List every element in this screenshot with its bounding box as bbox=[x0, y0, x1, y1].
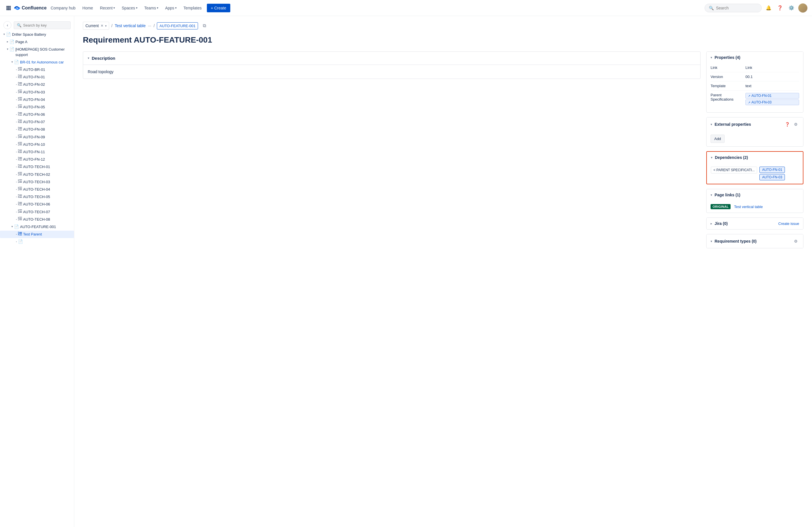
sidebar-item-autofn-10[interactable]: • AUTO-FN-10 bbox=[0, 141, 74, 148]
sidebar-item-autofn-05[interactable]: • AUTO-FN-05 bbox=[0, 103, 74, 111]
prop-key: Parent Specifications bbox=[711, 93, 742, 101]
sidebar-item-test-vertical[interactable]: ▾ 📄 AUTO-FEATURE-001 bbox=[0, 223, 74, 231]
create-button[interactable]: + Create bbox=[207, 4, 230, 12]
nav-teams[interactable]: Teams ▾ bbox=[142, 4, 161, 12]
sidebar-item-test-parent[interactable]: • 📄 bbox=[0, 238, 74, 245]
sidebar-item-autofn-01[interactable]: • AUTO-FN-01 bbox=[0, 73, 74, 81]
sidebar-item-autofn-06[interactable]: • AUTO-FN-06 bbox=[0, 111, 74, 118]
settings-button[interactable]: ⚙️ bbox=[787, 3, 796, 13]
sidebar-item-driller[interactable]: ▾ 📄 Driller Space Battery bbox=[0, 31, 74, 38]
help-icon[interactable]: ❓ bbox=[784, 121, 791, 128]
parent-specif-label[interactable]: < PARENT SPECIFICATI... bbox=[711, 167, 757, 173]
dot-icon: • bbox=[16, 68, 17, 71]
breadcrumb-chip[interactable]: AUTO-FEATURE-001 bbox=[157, 22, 198, 29]
sidebar-item-label: AUTO-TECH-04 bbox=[23, 187, 72, 192]
requirement-types-card: Requirement types (0) ⚙ bbox=[706, 234, 803, 248]
requirement-types-header[interactable]: Requirement types (0) ⚙ bbox=[707, 234, 803, 248]
nav-company-hub[interactable]: Company hub bbox=[48, 4, 78, 12]
help-button[interactable]: ❓ bbox=[775, 3, 785, 13]
dep-chip-fn01[interactable]: AUTO-FN-01 bbox=[759, 167, 785, 173]
sidebar-item-autofn-08[interactable]: • AUTO-FN-08 bbox=[0, 126, 74, 133]
list-icon bbox=[18, 172, 22, 175]
sidebar-item-autofn-11[interactable]: • AUTO-FN-11 bbox=[0, 148, 74, 156]
sidebar-item-autotech-04[interactable]: • AUTO-TECH-04 bbox=[0, 186, 74, 193]
prop-key: Template bbox=[711, 84, 742, 88]
sidebar-item-auto-feature-001[interactable]: • Test Parent bbox=[0, 231, 74, 238]
svg-point-2 bbox=[10, 6, 11, 7]
search-icon: 🔍 bbox=[709, 6, 714, 10]
breadcrumb-more-button[interactable]: ··· bbox=[148, 24, 151, 28]
sidebar-item-label: AUTO-TECH-05 bbox=[23, 194, 72, 199]
page-links-body: ORIGINAL Test vertical table bbox=[707, 201, 803, 213]
sidebar-item-autotech-06[interactable]: • AUTO-TECH-06 bbox=[0, 201, 74, 208]
copy-icon: ⧉ bbox=[203, 23, 206, 28]
page-icon: 📄 bbox=[14, 224, 19, 229]
sidebar-item-br01[interactable]: ▾ 📄 BR-01 for Autonomous car bbox=[0, 59, 74, 66]
nav-recent[interactable]: Recent ▾ bbox=[97, 4, 118, 12]
dot-icon: • bbox=[16, 166, 17, 168]
sidebar-item-label: BR-01 for Autonomous car bbox=[20, 60, 72, 65]
nav-templates[interactable]: Templates bbox=[180, 4, 205, 12]
sidebar-item-autotech-01[interactable]: • AUTO-TECH-01 bbox=[0, 163, 74, 171]
page-link[interactable]: Test vertical table bbox=[734, 205, 763, 209]
nav-home[interactable]: Home bbox=[79, 4, 96, 12]
sidebar-item-autotech-05[interactable]: • AUTO-TECH-05 bbox=[0, 193, 74, 201]
list-icon bbox=[18, 232, 22, 235]
sidebar-item-autotech-03[interactable]: • AUTO-TECH-03 bbox=[0, 178, 74, 186]
search-by-key-input[interactable] bbox=[23, 23, 68, 27]
clear-filter-button[interactable]: ✕ bbox=[101, 24, 103, 28]
back-button[interactable]: ‹ bbox=[3, 21, 11, 29]
page-links-card: Page links (1) ORIGINAL Test vertical ta… bbox=[706, 189, 803, 213]
sidebar-item-label: Test Parent bbox=[23, 232, 72, 237]
dot-icon: • bbox=[16, 211, 17, 213]
add-button[interactable]: Add bbox=[711, 134, 725, 143]
jira-header[interactable]: Jira (0) Create issue bbox=[707, 218, 803, 229]
sidebar-item-page-a[interactable]: ▸ 📄 Page A bbox=[0, 38, 74, 46]
list-icon bbox=[18, 112, 22, 115]
nav-apps[interactable]: Apps ▾ bbox=[162, 4, 179, 12]
collapse-icon bbox=[711, 123, 712, 126]
external-properties-header[interactable]: External properties ❓ ⚙ bbox=[707, 117, 803, 131]
notifications-button[interactable]: 🔔 bbox=[764, 3, 773, 13]
avatar[interactable] bbox=[798, 3, 808, 13]
description-header[interactable]: Description bbox=[83, 52, 700, 65]
nav-spaces[interactable]: Spaces ▾ bbox=[119, 4, 140, 12]
sidebar-item-label: AUTO-FN-10 bbox=[23, 142, 72, 147]
properties-header[interactable]: Properties (4) bbox=[707, 52, 803, 63]
page-links-header[interactable]: Page links (1) bbox=[707, 189, 803, 201]
search-input[interactable] bbox=[716, 6, 757, 10]
create-issue-button[interactable]: Create issue bbox=[778, 222, 799, 226]
dot-icon: • bbox=[16, 98, 17, 101]
prop-link-fn01[interactable]: ↗ AUTO-FN-01 bbox=[745, 93, 799, 99]
sidebar-item-autofn-12[interactable]: • AUTO-FN-12 bbox=[0, 156, 74, 163]
brand-logo[interactable]: Confluence bbox=[4, 4, 47, 12]
dependencies-header[interactable]: Dependencies (2) bbox=[707, 152, 803, 163]
copy-button[interactable]: ⧉ bbox=[200, 22, 208, 30]
breadcrumb-selector[interactable]: Current ✕ ▾ bbox=[83, 22, 109, 30]
properties-title: Properties (4) bbox=[714, 55, 799, 60]
search-by-key-bar[interactable]: 🔍 bbox=[14, 22, 71, 29]
sidebar-item-auto-br-01[interactable]: • AUTO-BR-01 bbox=[0, 66, 74, 73]
dep-chip-fn03[interactable]: AUTO-FN-03 bbox=[759, 174, 785, 180]
sidebar-item-autotech-02[interactable]: • AUTO-TECH-02 bbox=[0, 171, 74, 178]
sidebar-item-autotech-08[interactable]: • AUTO-TECH-08 bbox=[0, 216, 74, 223]
sidebar-item-homepage[interactable]: ▾ 📄 [HOMEPAGE] SOS Customer support bbox=[0, 46, 74, 58]
property-row-version: Version 00.1 bbox=[711, 72, 799, 82]
prop-link-fn03[interactable]: ↗ AUTO-FN-03 bbox=[745, 99, 799, 105]
sidebar-item-autofn-02[interactable]: • AUTO-FN-02 bbox=[0, 81, 74, 88]
svg-point-4 bbox=[8, 7, 9, 9]
sidebar-item-autofn-09[interactable]: • AUTO-FN-09 bbox=[0, 133, 74, 141]
breadcrumb: Current ✕ ▾ / Test vertical table ··· / … bbox=[83, 22, 803, 30]
dot-icon: • bbox=[16, 203, 17, 205]
sidebar-item-autofn-07[interactable]: • AUTO-FN-07 bbox=[0, 118, 74, 126]
list-icon bbox=[18, 142, 22, 145]
sidebar-item-autofn-03[interactable]: • AUTO-FN-03 bbox=[0, 89, 74, 96]
dot-icon: • bbox=[16, 173, 17, 176]
search-bar[interactable]: 🔍 bbox=[705, 4, 762, 12]
settings-icon[interactable]: ⚙ bbox=[792, 238, 799, 245]
sidebar-item-autofn-04[interactable]: • AUTO-FN-04 bbox=[0, 96, 74, 103]
sidebar-item-autotech-07[interactable]: • AUTO-TECH-07 bbox=[0, 208, 74, 216]
breadcrumb-link[interactable]: Test vertical table bbox=[115, 24, 146, 28]
properties-table: Link Link Version 00.1 Template text P bbox=[707, 63, 803, 112]
settings-icon[interactable]: ⚙ bbox=[792, 121, 799, 128]
